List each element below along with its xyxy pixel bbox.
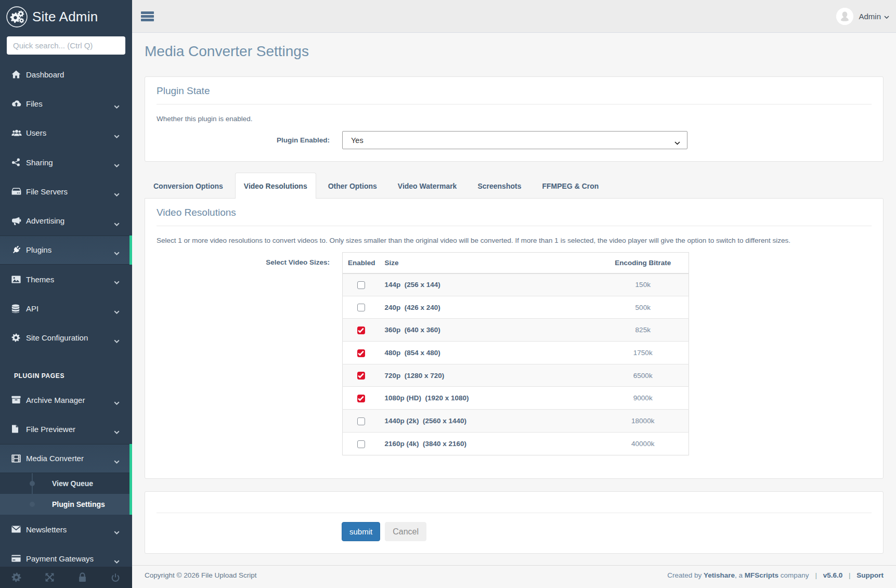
sidebar-item-file-previewer[interactable]: File Previewer xyxy=(0,414,132,443)
sidebar-item-plugins[interactable]: Plugins xyxy=(0,236,132,265)
table-row: 1080p (HD) (1920 x 1080) 9000k xyxy=(343,387,689,410)
divider xyxy=(157,513,872,513)
sidebar-item-users[interactable]: Users xyxy=(0,119,132,148)
sidebar-item-newsletters[interactable]: Newsletters xyxy=(0,515,132,544)
chevron-down-icon xyxy=(114,249,120,257)
chevron-down-icon xyxy=(114,161,120,169)
chevron-down-icon xyxy=(114,557,120,565)
sidebar-item-sharing[interactable]: Sharing xyxy=(0,148,132,177)
row-checkbox[interactable] xyxy=(357,349,365,357)
user-menu[interactable]: Admin xyxy=(836,8,889,25)
table-row: 1440p (2k) (2560 x 1440) 18000k xyxy=(343,410,689,433)
gears-icon xyxy=(6,6,28,28)
submit-button[interactable]: submit xyxy=(342,522,380,541)
size-cell: 144p (256 x 144) xyxy=(380,273,600,296)
size-cell: 480p (854 x 480) xyxy=(380,342,600,364)
yetishare-link[interactable]: Yetishare xyxy=(704,571,735,579)
size-cell: 2160p (4k) (3840 x 2160) xyxy=(380,432,600,455)
sidebar-item-themes[interactable]: Themes xyxy=(0,265,132,294)
sidebar-item-media-converter[interactable]: Media Converter xyxy=(0,444,132,473)
sidebar-section-header: PLUGIN PAGES xyxy=(0,372,132,380)
plugin-enabled-label: Plugin Enabled: xyxy=(157,131,342,149)
sidebar-bottom-toolbar xyxy=(0,567,132,588)
sidebar-item-label: Media Converter xyxy=(26,454,84,463)
tab-ffmpeg-cron[interactable]: FFMPEG & Cron xyxy=(533,173,607,198)
row-checkbox[interactable] xyxy=(357,372,365,380)
video-sizes-label: Select Video Sizes: xyxy=(157,252,342,455)
sidebar-item-files[interactable]: Files xyxy=(0,89,132,118)
chevron-down-icon xyxy=(114,427,120,436)
sidebar-item-site-configuration[interactable]: Site Configuration xyxy=(0,323,132,352)
chevron-down-icon xyxy=(114,398,120,407)
row-checkbox[interactable] xyxy=(357,440,365,448)
expand-icon[interactable] xyxy=(33,567,67,588)
tab-screenshots[interactable]: Screenshots xyxy=(469,173,530,198)
search-input[interactable] xyxy=(7,36,125,55)
tab-other-options[interactable]: Other Options xyxy=(319,173,386,198)
table-row: 480p (854 x 480) 1750k xyxy=(343,342,689,364)
topbar: Admin xyxy=(132,0,896,33)
plugin-enabled-row: Plugin Enabled: Yes xyxy=(157,131,872,149)
sidebar: Site Admin Dashboard Files Users Shari xyxy=(0,0,132,588)
row-checkbox[interactable] xyxy=(357,304,365,311)
footer: Copyright © 2026 File Upload Script Crea… xyxy=(132,565,896,579)
enabled-cell xyxy=(343,387,380,410)
chevron-down-icon xyxy=(884,12,889,20)
sidebar-item-plugin-settings[interactable]: Plugin Settings xyxy=(0,494,132,515)
brand-title: Site Admin xyxy=(32,9,98,25)
table-row: 360p (640 x 360) 825k xyxy=(343,319,689,342)
video-resolutions-description: Select 1 or more video resolutions to co… xyxy=(157,237,872,245)
sidebar-item-label: Files xyxy=(26,99,43,108)
sidebar-item-archive-manager[interactable]: Archive Manager xyxy=(0,385,132,414)
row-checkbox[interactable] xyxy=(357,417,365,425)
tab-conversion-options[interactable]: Conversion Options xyxy=(145,173,232,198)
support-link[interactable]: Support xyxy=(856,571,884,579)
sidebar-item-dashboard[interactable]: Dashboard xyxy=(0,60,132,89)
table-row: 2160p (4k) (3840 x 2160) 40000k xyxy=(343,432,689,455)
chevron-down-icon xyxy=(114,190,120,198)
sidebar-item-view-queue[interactable]: View Queue xyxy=(0,473,132,494)
bitrate-cell: 40000k xyxy=(600,432,689,455)
enabled-cell xyxy=(343,432,380,455)
version-label: v5.6.0 xyxy=(823,571,843,579)
credits-mid: , a xyxy=(735,571,743,579)
hamburger-icon[interactable] xyxy=(141,11,154,21)
lock-icon[interactable] xyxy=(66,567,99,588)
mfscripts-link[interactable]: MFScripts xyxy=(745,571,778,579)
column-header-size: Size xyxy=(380,253,600,273)
user-name: Admin xyxy=(859,12,881,21)
chevron-down-icon xyxy=(114,307,120,316)
size-cell: 1440p (2k) (2560 x 1440) xyxy=(380,410,600,433)
video-resolutions-title: Video Resolutions xyxy=(157,207,872,218)
row-checkbox[interactable] xyxy=(357,395,365,402)
cancel-button[interactable]: Cancel xyxy=(385,522,426,541)
tab-video-watermark[interactable]: Video Watermark xyxy=(389,173,466,198)
row-checkbox[interactable] xyxy=(357,326,365,334)
chevron-down-icon xyxy=(114,336,120,345)
footer-credits: Created by Yetishare, a MFScripts compan… xyxy=(667,571,884,579)
enabled-cell xyxy=(343,296,380,319)
power-icon[interactable] xyxy=(99,567,133,588)
row-checkbox[interactable] xyxy=(357,281,365,289)
enabled-cell xyxy=(343,364,380,387)
chevron-down-icon xyxy=(114,457,120,465)
cloud-upload-icon xyxy=(11,99,22,108)
sidebar-item-label: Plugin Settings xyxy=(52,500,105,508)
film-icon xyxy=(11,454,22,463)
home-icon xyxy=(11,70,22,79)
sidebar-item-file-servers[interactable]: File Servers xyxy=(0,177,132,206)
form-actions: submit Cancel xyxy=(342,522,872,541)
settings-gear-icon[interactable] xyxy=(0,567,33,588)
divider xyxy=(157,226,872,226)
sidebar-item-api[interactable]: API xyxy=(0,294,132,323)
plugin-enabled-select[interactable]: Yes xyxy=(342,131,687,149)
page-title: Media Converter Settings xyxy=(145,44,884,59)
footer-copyright: Copyright © 2026 File Upload Script xyxy=(145,571,257,579)
file-icon xyxy=(11,425,22,434)
size-cell: 1080p (HD) (1920 x 1080) xyxy=(380,387,600,410)
tab-video-resolutions[interactable]: Video Resolutions xyxy=(235,173,316,199)
sidebar-item-advertising[interactable]: Advertising xyxy=(0,206,132,235)
enabled-cell xyxy=(343,273,380,296)
sidebar-item-label: Users xyxy=(26,128,46,137)
sidebar-item-label: Dashboard xyxy=(26,70,64,79)
